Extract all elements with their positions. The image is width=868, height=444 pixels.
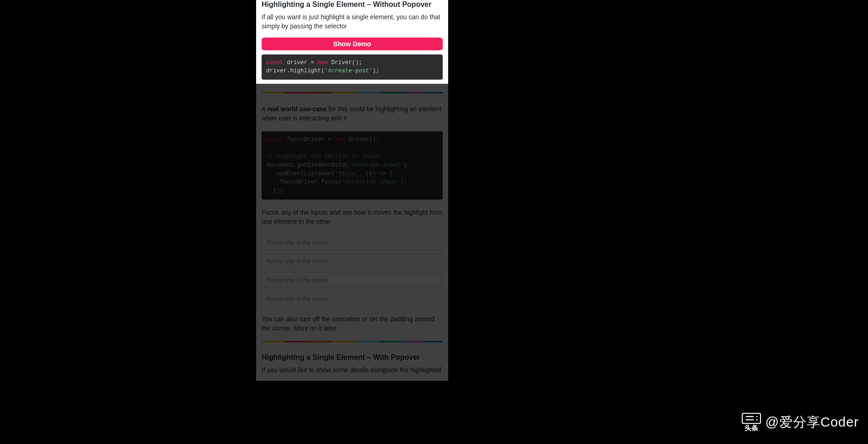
rainbow-divider: [262, 341, 443, 342]
realworld-text: A real world use-case for this could be …: [262, 104, 443, 123]
focus-input-3[interactable]: [262, 272, 443, 287]
code-snippet-focus: const focusDriver = new Driver(); // Hig…: [262, 131, 443, 200]
section-heading: Highlighting a Single Element – Without …: [262, 0, 443, 9]
section-description: If all you want is just highlight a sing…: [262, 12, 443, 31]
svg-point-3: [756, 416, 757, 417]
show-demo-button[interactable]: Show Demo: [262, 38, 443, 50]
watermark-text: @爱分享Coder: [766, 413, 859, 432]
rainbow-divider: [262, 92, 443, 93]
highlighted-demo-section: Highlighting a Single Element – Without …: [256, 0, 448, 84]
section-heading-popover: Highlighting a Single Element – With Pop…: [262, 353, 443, 362]
focus-inputs-group: [262, 235, 443, 306]
svg-rect-0: [742, 413, 761, 423]
watermark: 头条 @爱分享Coder: [742, 412, 859, 433]
toutiao-logo-icon: 头条: [742, 412, 761, 433]
focus-input-2[interactable]: [262, 254, 443, 269]
focus-instruction-text: Focus any of the inputs and see how it m…: [262, 208, 443, 227]
section-description-popover: If you would like to show some details a…: [262, 365, 443, 374]
focus-input-1[interactable]: [262, 235, 443, 250]
page-content: Highlighting a Single Element – Without …: [256, 0, 448, 381]
focus-input-4[interactable]: [262, 291, 443, 306]
dimmed-content: A real world use-case for this could be …: [256, 92, 448, 374]
svg-point-4: [756, 419, 757, 420]
animation-note-text: You can also turn off the animation or s…: [262, 314, 443, 333]
code-snippet: const driver = new Driver(); driver.high…: [262, 54, 443, 80]
